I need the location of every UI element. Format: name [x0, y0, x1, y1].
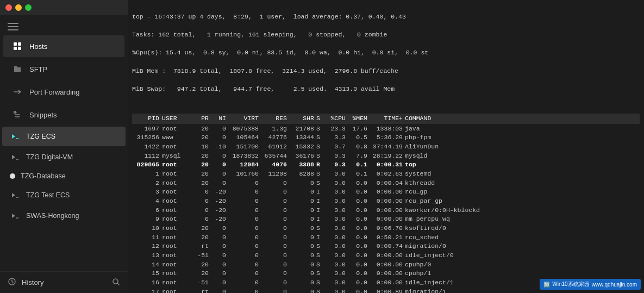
table-row: 6 root 0 -20 0 0 0 I 0.0 0.0 0:00.00 kwo… [132, 206, 640, 215]
terminal-icon [10, 190, 21, 201]
sidebar-item-label: SFTP [29, 65, 47, 73]
terminal-icon [10, 210, 21, 221]
svg-rect-0 [14, 42, 17, 46]
menu-icon[interactable] [0, 18, 128, 35]
table-row: 1697 root 20 0 8075388 1.3g 21708 S 23.3… [132, 124, 640, 134]
title-bar [0, 0, 128, 15]
svg-marker-4 [12, 134, 15, 139]
sftp-icon [12, 64, 23, 74]
history-label: History [22, 278, 43, 286]
status-line-3: %Cpu(s): 15.4 us, 0.8 sy, 0.0 ni, 83.5 i… [132, 48, 640, 58]
table-row: 12 root rt 0 0 0 0 S 0.0 0.0 0:00.74 mig… [132, 242, 640, 251]
close-button[interactable] [5, 4, 12, 11]
status-indicator [10, 173, 15, 179]
table-row: 13 root -51 0 0 0 0 S 0.0 0.0 0:00.00 id… [132, 251, 640, 260]
table-row: 315256 www 20 0 105464 42776 13344 S 3.3… [132, 133, 640, 142]
sidebar-item-tzg-test-ecs[interactable]: TZG Test ECS [2, 185, 126, 205]
status-line-5: MiB Swap: 947.2 total, 944.7 free, 2.5 u… [132, 85, 640, 94]
svg-rect-3 [18, 47, 21, 50]
sidebar-item-label: Snippets [29, 111, 57, 119]
status-line-4: MiB Mem : 7818.9 total, 1807.8 free, 321… [132, 67, 640, 76]
minimize-button[interactable] [15, 4, 22, 11]
hamburger-line [8, 29, 18, 30]
hamburger-line [8, 23, 18, 24]
host-label: SWAS-Hongkong [26, 212, 79, 220]
host-label: TZG Digital-VM [26, 153, 73, 161]
status-line-1: top - 16:43:37 up 4 days, 8:29, 1 user, … [132, 13, 640, 22]
snippets-icon [12, 109, 23, 120]
host-label: TZG-Database [21, 172, 66, 180]
watermark-url: www.qdhuajin.com [592, 282, 637, 288]
sidebar-item-tzg-database[interactable]: TZG-Database [2, 168, 126, 184]
sidebar-item-tzg-ecs[interactable]: TZG ECS [2, 127, 126, 146]
maximize-button[interactable] [25, 4, 32, 11]
svg-marker-8 [12, 193, 15, 197]
sidebar-bottom: History [0, 271, 128, 293]
svg-rect-1 [18, 42, 21, 46]
sidebar-item-label: Port Forwarding [29, 88, 79, 96]
search-icon[interactable] [112, 278, 120, 288]
sidebar-item-label: Hosts [29, 42, 47, 51]
watermark: 🔟 Win10系统家园 www.qdhuajin.com [540, 279, 641, 290]
table-row: 14 root 20 0 0 0 0 S 0.0 0.0 0:00.00 cpu… [132, 260, 640, 270]
hamburger-line [8, 26, 18, 27]
history-left: History [8, 277, 43, 288]
table-header: PID USER PR NI VIRT RES SHR S %CPU %MEM … [132, 114, 640, 124]
sidebar-item-port-forwarding[interactable]: Port Forwarding [3, 81, 124, 103]
table-row: 11 root 20 0 0 0 0 I 0.0 0.0 0:50.21 rcu… [132, 233, 640, 242]
sidebar: Hosts SFTP Port Forwarding Snippets [0, 0, 128, 293]
terminal-icon [10, 152, 21, 163]
sidebar-item-sftp[interactable]: SFTP [3, 58, 124, 80]
sidebar-item-snippets[interactable]: Snippets [3, 104, 124, 126]
table-row: 3 root 0 -20 0 0 0 I 0.0 0.0 0:00.00 rcu… [132, 188, 640, 197]
sidebar-item-tzg-digital-vm[interactable]: TZG Digital-VM [2, 147, 126, 167]
table-row: 15 root 20 0 0 0 0 S 0.0 0.0 0:00.00 cpu… [132, 269, 640, 278]
terminal-icon [10, 131, 21, 142]
hosts-icon [12, 41, 23, 52]
sidebar-item-history[interactable]: History [0, 272, 128, 293]
process-table: PID USER PR NI VIRT RES SHR S %CPU %MEM … [132, 114, 640, 293]
terminal-area[interactable]: top - 16:43:37 up 4 days, 8:29, 1 user, … [128, 0, 644, 293]
table-row: 10 root 20 0 0 0 0 S 0.0 0.0 0:06.70 kso… [132, 224, 640, 233]
watermark-text: Win10系统家园 [552, 280, 589, 288]
svg-marker-10 [12, 214, 15, 218]
svg-rect-2 [14, 47, 17, 50]
table-row: 9 root 0 -20 0 0 0 I 0.0 0.0 0:00.00 mm_… [132, 215, 640, 224]
table-row: 1 root 20 0 101760 11208 8288 S 0.0 0.1 … [132, 170, 640, 179]
sidebar-item-hosts[interactable]: Hosts [3, 35, 124, 57]
table-row: 1112 mysql 20 0 1873832 635744 36176 S 0… [132, 152, 640, 161]
svg-marker-6 [12, 155, 15, 159]
host-label: TZG Test ECS [26, 191, 70, 199]
clock-icon [8, 277, 16, 288]
host-label: TZG ECS [26, 133, 55, 140]
table-row: 1422 root 10 -10 151700 61912 15332 S 0.… [132, 142, 640, 152]
port-forwarding-icon [12, 86, 23, 97]
table-row: 4 root 0 -20 0 0 0 I 0.0 0.0 0:00.00 rcu… [132, 197, 640, 206]
table-row: 829865 root 20 0 12084 4076 3388 R 0.3 0… [132, 160, 640, 170]
sidebar-item-swas-hongkong[interactable]: SWAS-Hongkong [2, 206, 126, 226]
table-row: 2 root 20 0 0 0 0 S 0.0 0.0 0:00.04 kthr… [132, 179, 640, 188]
watermark-icon: 🔟 [543, 282, 550, 288]
status-line-2: Tasks: 162 total, 1 running, 161 sleepin… [132, 30, 640, 40]
